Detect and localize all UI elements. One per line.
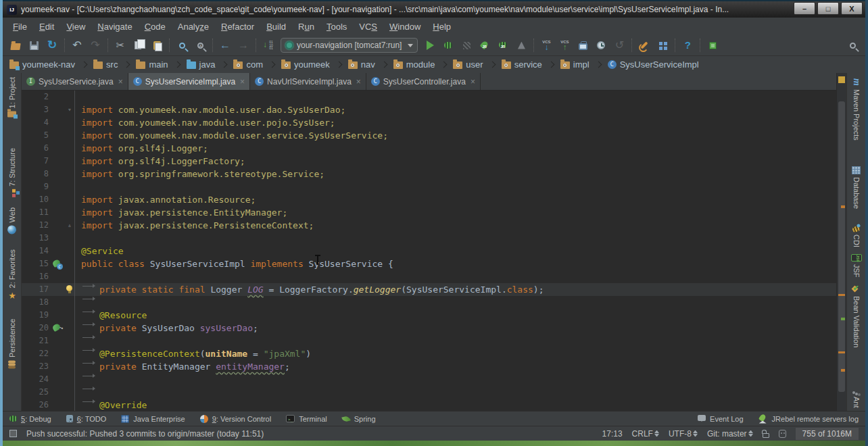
menu-item-tools[interactable]: Tools	[320, 20, 353, 34]
debug-with-jrebel-button[interactable]	[494, 37, 512, 53]
git-branch-widget[interactable]: Git: master	[707, 429, 753, 439]
breadcrumb-item-service[interactable]: service	[500, 58, 544, 71]
tool-window-button-7-structure[interactable]: 7: Structure	[8, 148, 16, 189]
vcs-commit-button[interactable]	[556, 37, 573, 53]
tool-window-button-persistence[interactable]: Persistence	[8, 319, 16, 357]
code-line[interactable]: 6import org.slf4j.Logger;	[22, 142, 836, 155]
breadcrumb-item-main[interactable]: main	[135, 58, 169, 71]
autowire-gutter-icon[interactable]	[49, 322, 65, 334]
code-line[interactable]: 20private SysUserDao sysUserDao;	[22, 322, 836, 334]
tool-window-button-java-enterprise[interactable]: Java Enterprise	[121, 415, 185, 423]
warning-mark[interactable]	[838, 351, 845, 353]
close-tab-icon[interactable]	[240, 77, 245, 86]
forward-button[interactable]	[235, 37, 252, 53]
editor-tab-navurlserviceimpl-java[interactable]: NavUrlServiceImpl.java	[250, 73, 366, 90]
paste-button[interactable]	[148, 37, 166, 53]
tool-window-button-ant[interactable]: Ant	[852, 391, 861, 408]
update-mapped-servers-button[interactable]	[260, 37, 277, 53]
code-line[interactable]: 26@Override	[22, 399, 836, 411]
title-bar[interactable]: IJ youmeek-nav - [C:\Users\zhangchaohuan…	[3, 1, 865, 18]
save-all-button[interactable]	[25, 37, 43, 53]
intention-bulb-icon[interactable]	[65, 283, 74, 296]
replace-button[interactable]	[191, 37, 209, 53]
menu-item-window[interactable]: Window	[383, 20, 427, 34]
synchronize-button[interactable]	[43, 37, 61, 53]
breadcrumb-item-sysuserserviceimpl[interactable]: SysUserServiceImpl	[606, 58, 700, 71]
code-line[interactable]: 18	[22, 296, 836, 309]
breadcrumb-item-nav[interactable]: nav	[347, 58, 377, 71]
tool-window-button-cdi[interactable]: CDI	[852, 226, 861, 247]
warning-mark[interactable]	[838, 294, 845, 296]
line-ending-widget[interactable]: CRLF	[632, 429, 659, 439]
open-file-button[interactable]	[7, 37, 24, 53]
breadcrumb-item-user[interactable]: user	[452, 58, 484, 71]
code-line[interactable]: 25	[22, 386, 836, 399]
code-line[interactable]: 15public class SysUserServiceImpl implem…	[22, 257, 836, 270]
breadcrumb-item-module[interactable]: module	[392, 58, 437, 71]
tool-window-button-event-log[interactable]: Event Log	[698, 414, 744, 424]
code-line[interactable]: 10import javax.annotation.Resource;	[22, 193, 836, 206]
code-line[interactable]: 23private EntityManager entityManager;	[22, 360, 836, 373]
code-line[interactable]: 16	[22, 270, 836, 283]
vcs-update-button[interactable]	[537, 37, 555, 53]
breadcrumb-item-src[interactable]: src	[92, 58, 119, 71]
close-tab-icon[interactable]	[471, 77, 475, 86]
menu-item-build[interactable]: Build	[260, 20, 292, 34]
menu-item-file[interactable]: File	[7, 20, 33, 34]
help-button[interactable]	[679, 37, 696, 53]
local-history-button[interactable]	[592, 37, 610, 53]
install-plugin-button[interactable]	[704, 37, 721, 53]
code-line[interactable]: 3import com.youmeek.nav.module.user.dao.…	[22, 103, 836, 116]
code-line[interactable]: 12import javax.persistence.PersistenceCo…	[22, 219, 836, 232]
code-line[interactable]: 19@Resource	[22, 309, 836, 322]
maximize-button[interactable]	[817, 2, 839, 15]
code-line[interactable]: 11import javax.persistence.EntityManager…	[22, 206, 836, 219]
code-line[interactable]: 13	[22, 232, 836, 245]
tool-window-button-database[interactable]: Database	[852, 166, 861, 209]
breadcrumb-item-java[interactable]: java	[185, 58, 217, 71]
info-tick[interactable]	[841, 318, 845, 320]
encoding-widget[interactable]: UTF-8	[669, 429, 698, 439]
menu-item-navigate[interactable]: Navigate	[91, 20, 138, 34]
code-line[interactable]: 7import org.slf4j.LoggerFactory;	[22, 155, 836, 168]
code-line[interactable]: 4import com.youmeek.nav.module.user.pojo…	[22, 116, 836, 129]
menu-item-help[interactable]: Help	[427, 20, 457, 34]
tool-window-button-9-version-control[interactable]: 9: Version Control	[200, 415, 271, 423]
caret-position-widget[interactable]: 17:13	[602, 429, 623, 439]
run-configuration-select[interactable]: your-navigation [tomcat7:run]	[281, 38, 418, 53]
code-line[interactable]: 21	[22, 334, 836, 347]
warning-tick[interactable]	[841, 369, 845, 372]
editor-body[interactable]: 23import com.youmeek.nav.module.user.dao…	[22, 91, 836, 411]
menu-item-vcs[interactable]: VCS	[353, 20, 383, 34]
back-button[interactable]	[216, 37, 234, 53]
run-button[interactable]	[421, 37, 439, 53]
debug-button[interactable]	[439, 37, 457, 53]
tool-window-toggle-icon[interactable]	[9, 430, 17, 437]
bean-gutter-icon[interactable]	[49, 257, 65, 270]
tool-window-button-bean-validation[interactable]: Bean Validation	[852, 284, 861, 347]
undo-button[interactable]	[68, 37, 86, 53]
tool-window-button-6-todo[interactable]: 6: TODO	[66, 415, 107, 423]
close-tab-icon[interactable]	[356, 77, 361, 86]
tool-window-button-jsf[interactable]: JSF	[851, 254, 862, 278]
breadcrumb-item-impl[interactable]: impl	[559, 58, 591, 71]
code-line[interactable]: 17private static final Logger LOG = Logg…	[22, 283, 836, 296]
jrebel-disabled-button[interactable]	[512, 37, 530, 53]
cut-button[interactable]	[112, 37, 129, 53]
code-line[interactable]: 9	[22, 180, 836, 193]
code-line[interactable]: 5import com.youmeek.nav.module.user.serv…	[22, 129, 836, 142]
editor-tab-sysusercontroller-java[interactable]: SysUserController.java	[366, 73, 481, 90]
tool-window-button-web[interactable]: Web	[7, 207, 16, 234]
fold-marker-icon[interactable]	[65, 103, 74, 116]
menu-item-code[interactable]: Code	[139, 20, 172, 34]
menu-item-view[interactable]: View	[60, 20, 91, 34]
project-structure-button[interactable]	[654, 37, 671, 53]
coverage-button[interactable]	[458, 37, 475, 53]
code-line[interactable]: 24	[22, 373, 836, 386]
tool-window-button-2-favorites[interactable]: 2: Favorites	[7, 249, 17, 300]
code-line[interactable]: 14@Service	[22, 245, 836, 257]
code-line[interactable]: 8import org.springframework.stereotype.S…	[22, 168, 836, 180]
warning-tick[interactable]	[841, 205, 845, 208]
fold-marker-icon[interactable]	[65, 219, 74, 232]
unlock-icon[interactable]	[763, 433, 769, 438]
